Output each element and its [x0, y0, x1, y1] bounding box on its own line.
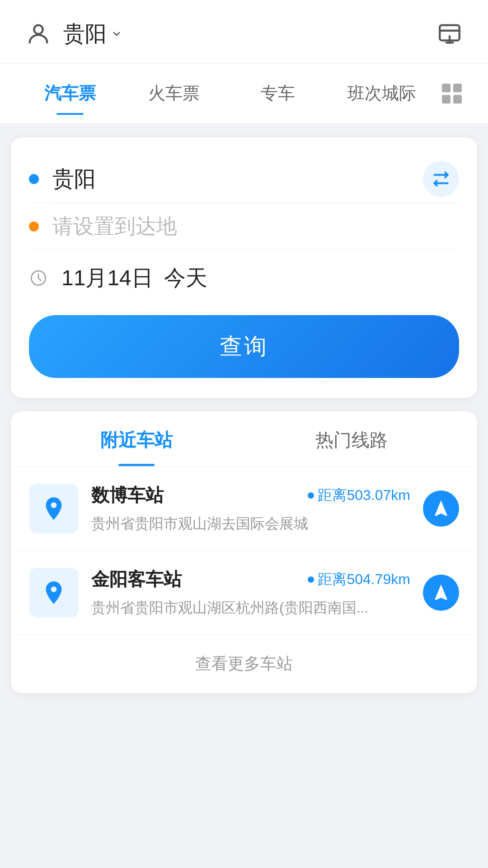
date-text: 11月14日: [61, 264, 153, 292]
to-city-placeholder: 请设置到达地: [52, 212, 177, 241]
header-left: 贵阳: [23, 18, 122, 50]
station-address: 贵州省贵阳市观山湖区杭州路(贵阳西南国...: [91, 598, 410, 618]
station-name: 数博车站: [91, 483, 164, 508]
swap-button[interactable]: [423, 161, 459, 197]
to-location-row[interactable]: 请设置到达地: [29, 203, 459, 250]
swap-icon: [431, 169, 451, 189]
chevron-down-icon: [111, 28, 122, 39]
grid-icon: [442, 84, 462, 104]
to-dot: [29, 222, 39, 231]
distance-dot: [308, 492, 314, 499]
search-card: 贵阳 请设置到达地 11月14日 今天 查询: [11, 137, 477, 398]
station-icon-wrap: [29, 568, 79, 618]
more-grid-button[interactable]: [434, 84, 470, 104]
station-item[interactable]: 数博车站 距离503.07km 贵州省贵阳市观山湖去国际会展城: [11, 467, 477, 551]
nav-tabs: 汽车票 火车票 专车 班次城际: [0, 64, 488, 124]
tab-nearby-stations[interactable]: 附近车站: [29, 411, 244, 466]
location-pin-icon: [40, 579, 67, 606]
station-address: 贵州省贵阳市观山湖去国际会展城: [91, 514, 410, 534]
clock-icon: [29, 269, 48, 288]
station-name-row: 数博车站 距离503.07km: [91, 483, 410, 508]
station-distance: 距离503.07km: [308, 486, 410, 505]
navigate-button[interactable]: [423, 575, 459, 611]
user-avatar[interactable]: [23, 18, 54, 50]
from-city-text: 贵阳: [52, 165, 96, 193]
station-distance: 距离504.79km: [308, 570, 410, 590]
view-more-button[interactable]: 查看更多车站: [11, 635, 477, 693]
station-name-row: 金阳客车站 距离504.79km: [91, 567, 410, 592]
message-button[interactable]: [434, 18, 465, 50]
query-button[interactable]: 查询: [29, 315, 459, 378]
navigate-icon: [431, 583, 451, 603]
navigate-button[interactable]: [423, 491, 459, 527]
city-selector[interactable]: 贵阳: [63, 19, 122, 48]
tab-intercity[interactable]: 班次城际: [330, 73, 434, 114]
station-info: 数博车站 距离503.07km 贵州省贵阳市观山湖去国际会展城: [91, 483, 410, 534]
from-location-row[interactable]: 贵阳: [29, 156, 459, 203]
location-pin-icon: [40, 495, 67, 522]
station-item[interactable]: 金阳客车站 距离504.79km 贵州省贵阳市观山湖区杭州路(贵阳西南国...: [11, 551, 477, 635]
distance-dot: [308, 576, 314, 583]
stations-tabs: 附近车站 热门线路: [11, 411, 477, 467]
tab-special[interactable]: 专车: [226, 73, 330, 114]
date-today-label: 今天: [164, 264, 207, 292]
station-name: 金阳客车站: [91, 567, 182, 592]
tab-train[interactable]: 火车票: [122, 73, 226, 114]
station-icon-wrap: [29, 484, 79, 533]
station-info: 金阳客车站 距离504.79km 贵州省贵阳市观山湖区杭州路(贵阳西南国...: [91, 567, 410, 618]
svg-point-0: [34, 25, 42, 34]
from-dot: [29, 174, 39, 184]
date-row[interactable]: 11月14日 今天: [29, 250, 459, 302]
stations-card: 附近车站 热门线路 数博车站 距离503.07km 贵州省贵阳市观山湖去国际会展…: [11, 411, 477, 693]
header: 贵阳: [0, 0, 488, 64]
navigate-icon: [431, 499, 451, 519]
selected-city: 贵阳: [63, 19, 107, 48]
tab-popular-routes[interactable]: 热门线路: [244, 411, 459, 466]
tab-bus[interactable]: 汽车票: [18, 73, 122, 114]
